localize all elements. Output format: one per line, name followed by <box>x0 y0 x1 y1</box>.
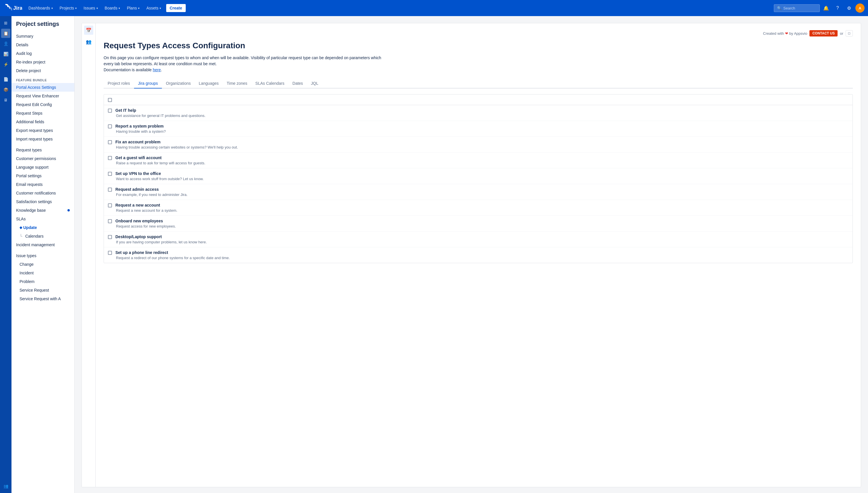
request-checkbox-guest-wifi[interactable] <box>108 156 112 160</box>
user-avatar[interactable]: A <box>855 3 865 13</box>
chart-icon: 📊 <box>3 52 8 56</box>
sidebar-item-details[interactable]: Details <box>12 41 74 49</box>
sidebar-item-update[interactable]: ◆ Update <box>12 223 74 232</box>
request-description: Having trouble accessing certain website… <box>108 145 848 149</box>
credits-text: Created with ❤ by Appsvio <box>763 31 807 36</box>
sidebar-item-request-edit[interactable]: Request Edit Config <box>12 100 74 109</box>
rail-chart-icon[interactable]: 📊 <box>1 49 10 59</box>
sidebar-item-delete[interactable]: Delete project <box>12 66 74 75</box>
sidebar-item-language-support[interactable]: Language support <box>12 163 74 172</box>
rail-box-icon[interactable]: 📦 <box>1 85 10 94</box>
request-description: Want to access work stuff from outside? … <box>108 177 848 181</box>
request-checkbox-new-account[interactable] <box>108 203 112 208</box>
rail-monitor-icon[interactable]: 🖥 <box>1 95 10 105</box>
rail-lightning-icon[interactable]: ⚡ <box>1 60 10 69</box>
request-description: Having trouble with a system? <box>108 129 848 134</box>
rail-board-icon[interactable]: 📋 <box>1 29 10 38</box>
tab-time-zones[interactable]: Time zones <box>223 79 251 88</box>
plugin-calendar-icon[interactable]: 📅 <box>84 26 93 35</box>
request-title: Get IT help <box>115 108 136 113</box>
sidebar-item-export-request[interactable]: Export request types <box>12 126 74 135</box>
sidebar-item-customer-permissions[interactable]: Customer permissions <box>12 154 74 163</box>
page-title: Request Types Access Configuration <box>104 41 853 50</box>
notifications-button[interactable]: 🔔 <box>821 3 831 13</box>
chevron-down-icon: ▾ <box>96 7 98 10</box>
request-checkbox-report-system[interactable] <box>108 124 112 128</box>
rail-page-icon[interactable]: 📄 <box>1 75 10 84</box>
tab-dates[interactable]: Dates <box>289 79 307 88</box>
gear-icon: ⚙ <box>847 5 851 11</box>
lightning-icon: ⚡ <box>3 62 8 67</box>
rail-user-group-icon[interactable]: 👥 <box>1 481 10 491</box>
request-checkbox-desktop[interactable] <box>108 235 112 239</box>
page-description: On this page you can configure request t… <box>104 55 391 73</box>
sidebar-item-request-view[interactable]: Request View Enhancer <box>12 92 74 100</box>
sidebar-item-change[interactable]: Change <box>12 260 74 269</box>
tab-project-roles[interactable]: Project roles <box>104 79 134 88</box>
sidebar-item-incident[interactable]: Incident <box>12 269 74 277</box>
request-description: Raise a request to ask for temp wifi acc… <box>108 161 848 165</box>
knowledge-base-badge <box>67 209 70 211</box>
table-row: Request admin access For example, if you… <box>104 184 852 200</box>
sidebar-item-incident-management[interactable]: Incident management <box>12 240 74 249</box>
request-description: Request a redirect of our phone systems … <box>108 256 848 260</box>
board-icon: 📋 <box>3 31 8 36</box>
request-title: Set up VPN to the office <box>115 171 161 176</box>
sidebar-item-service-request-a[interactable]: Service Request with A <box>12 295 74 303</box>
nav-dashboards[interactable]: Dashboards ▾ <box>26 4 56 12</box>
sidebar-item-additional-fields[interactable]: Additional fields <box>12 117 74 126</box>
jira-logo[interactable]: Jira <box>3 4 22 12</box>
sidebar-item-slas[interactable]: SLAs <box>12 215 74 223</box>
request-title: Set up a phone line redirect <box>115 250 168 255</box>
sidebar-item-audit-log[interactable]: Audit log <box>12 49 74 58</box>
request-checkbox-fix-account[interactable] <box>108 140 112 144</box>
sidebar-item-problem[interactable]: Problem <box>12 277 74 286</box>
request-description: Get assistance for general IT problems a… <box>108 113 848 118</box>
sidebar-item-request-types[interactable]: Request types <box>12 146 74 154</box>
rail-people-icon[interactable]: 👤 <box>1 39 10 48</box>
tab-languages[interactable]: Languages <box>195 79 223 88</box>
table-row: Onboard new employees Request access for… <box>104 216 852 232</box>
settings-button[interactable]: ⚙ <box>844 3 854 13</box>
tab-jira-groups[interactable]: Jira groups <box>134 79 162 88</box>
nav-boards[interactable]: Boards ▾ <box>102 4 123 12</box>
sidebar-item-satisfaction-settings[interactable]: Satisfaction settings <box>12 197 74 206</box>
request-checkbox-admin-access[interactable] <box>108 188 112 192</box>
monitor-icon: 🖥 <box>4 98 8 102</box>
help-button[interactable]: ? <box>832 3 843 13</box>
request-title: Report a system problem <box>115 124 164 128</box>
plugin-people-icon[interactable]: 👥 <box>84 37 93 46</box>
request-title: Desktop/Laptop support <box>115 234 162 239</box>
sidebar-item-portal-settings[interactable]: Portal settings <box>12 172 74 180</box>
contact-us-button[interactable]: CONTACT US <box>809 30 838 37</box>
rail-project-icon[interactable]: ⊞ <box>1 18 10 27</box>
sidebar-item-summary[interactable]: Summary <box>12 32 74 41</box>
nav-plans[interactable]: Plans ▾ <box>124 4 142 12</box>
sidebar-item-service-request[interactable]: Service Request <box>12 286 74 295</box>
request-checkbox-get-it-help[interactable] <box>108 109 112 113</box>
svg-text:Jira: Jira <box>13 5 22 11</box>
sidebar-item-calendars[interactable]: └ Calendars <box>12 232 74 240</box>
sidebar-item-customer-notifications[interactable]: Customer notifications <box>12 189 74 197</box>
tab-jql[interactable]: JQL <box>307 79 322 88</box>
sidebar-item-request-steps[interactable]: Request Steps <box>12 109 74 117</box>
tab-organizations[interactable]: Organizations <box>162 79 195 88</box>
request-checkbox-phone[interactable] <box>108 251 112 255</box>
create-button[interactable]: Create <box>166 4 186 12</box>
nav-issues[interactable]: Issues ▾ <box>81 4 100 12</box>
sidebar-item-portal-access[interactable]: Portal Access Settings <box>12 83 74 92</box>
documentation-link[interactable]: here <box>153 67 161 72</box>
nav-assets[interactable]: Assets ▾ <box>143 4 164 12</box>
sidebar-item-knowledge-base[interactable]: Knowledge base <box>12 206 74 215</box>
sidebar-item-import-request[interactable]: Import request types <box>12 135 74 143</box>
request-checkbox-vpn[interactable] <box>108 172 112 176</box>
sidebar-item-email-requests[interactable]: Email requests <box>12 180 74 189</box>
search-box[interactable]: 🔍 Search <box>774 4 820 12</box>
sidebar-item-reindex[interactable]: Re-index project <box>12 58 74 66</box>
nav-projects[interactable]: Projects ▾ <box>57 4 80 12</box>
request-checkbox-onboard[interactable] <box>108 219 112 223</box>
tab-slas-calendars[interactable]: SLAs Calendars <box>251 79 289 88</box>
box-button[interactable]: □ <box>846 30 853 37</box>
select-all-checkbox[interactable] <box>108 98 112 102</box>
chevron-down-icon: ▾ <box>75 7 77 10</box>
